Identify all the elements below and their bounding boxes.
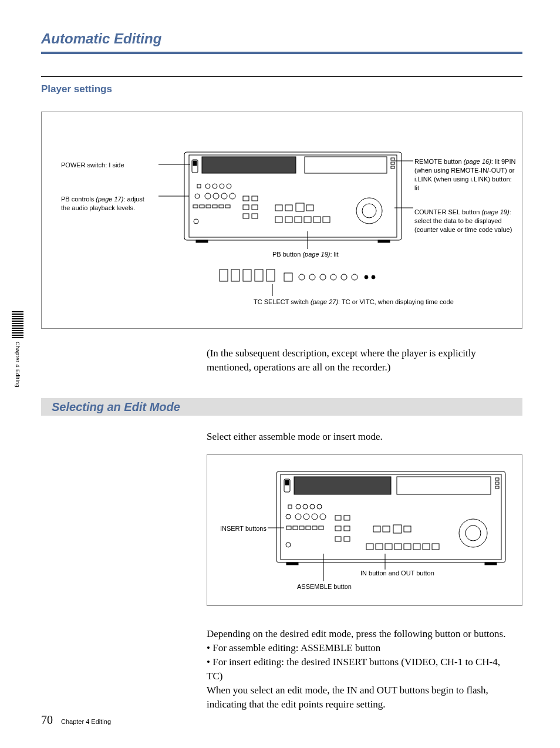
svg-point-109 <box>459 519 487 547</box>
svg-rect-46 <box>220 269 228 281</box>
svg-point-59 <box>372 275 375 279</box>
svg-point-11 <box>212 184 217 188</box>
svg-point-78 <box>310 504 315 509</box>
svg-rect-103 <box>385 544 392 550</box>
anno-pb-button: PB button (page 19): lit <box>272 250 390 259</box>
footer-chapter-label: Chapter 4 Editing <box>61 718 111 725</box>
anno-insert-buttons: INSERT buttons <box>214 524 266 533</box>
bullet-text: For assemble editing: ASSEMBLE button <box>212 642 380 653</box>
footer: 70 Chapter 4 Editing <box>41 713 111 727</box>
svg-rect-95 <box>335 537 341 541</box>
svg-point-77 <box>303 504 308 509</box>
svg-rect-45 <box>378 240 390 242</box>
body-depending: Depending on the desired edit mode, pres… <box>207 627 518 641</box>
svg-point-41 <box>356 198 382 224</box>
svg-rect-86 <box>293 526 298 530</box>
svg-rect-48 <box>243 269 251 281</box>
svg-point-55 <box>330 274 336 280</box>
bullet-assemble: • For assemble editing: ASSEMBLE button <box>207 641 518 655</box>
anno-ref: (page 16) <box>464 158 491 165</box>
paren-note: (In the subsequent description, except w… <box>207 346 512 375</box>
svg-rect-20 <box>200 205 204 208</box>
svg-rect-107 <box>423 544 430 550</box>
section-bar: Selecting an Edit Mode <box>41 398 522 416</box>
svg-rect-98 <box>383 526 390 532</box>
svg-point-84 <box>320 514 326 520</box>
svg-rect-113 <box>485 562 497 565</box>
svg-rect-97 <box>373 526 380 532</box>
svg-rect-21 <box>206 205 211 208</box>
svg-point-58 <box>365 275 368 279</box>
svg-point-14 <box>195 194 200 198</box>
svg-point-81 <box>295 514 301 520</box>
svg-rect-101 <box>366 544 373 550</box>
svg-rect-28 <box>252 205 258 210</box>
svg-rect-24 <box>225 205 230 208</box>
svg-rect-33 <box>296 203 304 211</box>
svg-rect-73 <box>495 482 499 484</box>
svg-rect-34 <box>306 205 313 211</box>
anno-pb-controls: PB controls (page 17): adjust the audio … <box>61 195 155 213</box>
subsection-rule <box>41 76 522 77</box>
svg-point-12 <box>220 184 224 188</box>
svg-point-80 <box>286 514 291 519</box>
anno-text: : TC or VITC, when displaying time code <box>338 298 454 305</box>
svg-point-18 <box>230 193 235 199</box>
svg-rect-32 <box>285 205 292 211</box>
svg-point-56 <box>341 274 347 280</box>
svg-point-82 <box>303 514 309 520</box>
svg-rect-85 <box>286 526 291 530</box>
svg-rect-44 <box>196 240 208 242</box>
svg-rect-51 <box>284 273 292 281</box>
svg-rect-104 <box>394 544 402 550</box>
bullet-text: For insert editing: the desired INSERT b… <box>207 656 500 682</box>
svg-rect-50 <box>266 269 275 281</box>
svg-rect-112 <box>286 562 298 565</box>
svg-point-54 <box>320 274 326 280</box>
svg-rect-31 <box>275 205 282 211</box>
svg-rect-4 <box>202 157 296 173</box>
anno-text: PB controls <box>61 196 96 203</box>
svg-rect-19 <box>193 205 198 208</box>
svg-rect-108 <box>432 544 439 550</box>
svg-rect-70 <box>294 477 391 494</box>
anno-text: REMOTE button <box>414 158 464 165</box>
svg-point-52 <box>299 274 305 280</box>
svg-rect-23 <box>219 205 224 208</box>
anno-ref: (page 19) <box>302 251 330 258</box>
svg-rect-106 <box>413 544 420 550</box>
anno-ref: (page 17) <box>96 196 123 203</box>
svg-rect-35 <box>275 217 282 223</box>
svg-rect-75 <box>288 505 292 508</box>
svg-rect-93 <box>335 526 341 531</box>
svg-rect-90 <box>319 526 323 530</box>
page-number: 70 <box>41 713 53 727</box>
svg-point-43 <box>194 219 198 224</box>
title-rule <box>41 52 522 54</box>
svg-rect-30 <box>252 214 258 218</box>
svg-rect-91 <box>335 515 341 520</box>
anno-tc-select: TC SELECT switch (page 27): TC or VITC, … <box>254 298 500 306</box>
svg-rect-27 <box>243 205 249 210</box>
anno-in-out-button: IN button and OUT button <box>360 569 466 578</box>
svg-rect-74 <box>495 486 499 488</box>
anno-assemble-button: ASSEMBLE button <box>297 582 379 591</box>
anno-text: COUNTER SEL button <box>414 208 482 215</box>
svg-rect-5 <box>305 157 387 173</box>
svg-point-79 <box>317 504 322 509</box>
svg-rect-105 <box>404 544 411 550</box>
body-flash: When you select an edit mode, the IN and… <box>207 683 518 712</box>
svg-rect-92 <box>344 515 350 520</box>
svg-point-13 <box>227 184 231 188</box>
svg-rect-71 <box>397 477 491 494</box>
svg-point-17 <box>221 193 227 199</box>
svg-rect-94 <box>344 526 350 531</box>
svg-point-42 <box>362 204 376 218</box>
anno-text: : lit <box>330 251 338 258</box>
svg-rect-99 <box>393 525 402 533</box>
svg-rect-69 <box>285 480 289 485</box>
svg-rect-38 <box>304 217 311 223</box>
svg-rect-3 <box>193 161 197 166</box>
section-title: Selecting an Edit Mode <box>52 400 180 414</box>
svg-rect-87 <box>299 526 304 530</box>
